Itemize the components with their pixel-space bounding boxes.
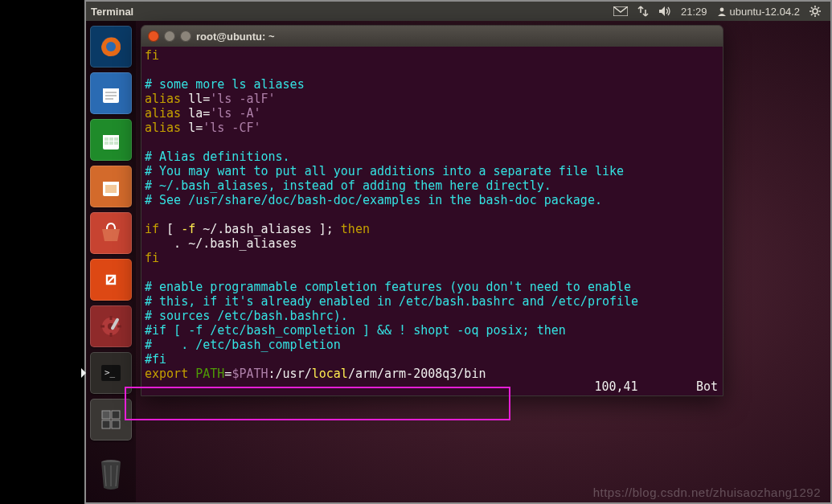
code: $PATH xyxy=(232,367,268,381)
code: /arm/arm-2008q3/bin xyxy=(348,367,486,381)
code: local xyxy=(312,367,348,381)
code: # See /usr/share/doc/bash-doc/examples i… xyxy=(145,193,602,207)
code: # sources /etc/bash.bashrc). xyxy=(145,309,348,323)
code: #fi xyxy=(145,352,166,367)
code: # . /etc/bash_completion xyxy=(145,338,341,352)
svg-rect-28 xyxy=(105,185,117,193)
svg-rect-42 xyxy=(102,420,110,428)
code: . ~/.bash_aliases xyxy=(145,236,297,251)
code: -f xyxy=(181,222,195,236)
code: # You may want to put all your additions… xyxy=(145,164,624,178)
svg-rect-21 xyxy=(109,137,113,141)
system-gear-icon[interactable] xyxy=(805,6,826,17)
vim-status-line: 100,41 Bot xyxy=(594,379,718,394)
terminal-icon[interactable]: >_ xyxy=(90,352,132,394)
svg-text:>_: >_ xyxy=(105,367,116,378)
code: alias xyxy=(145,92,181,106)
code: PATH xyxy=(188,367,224,381)
code: 'ls -A' xyxy=(210,106,260,121)
code: # ~/.bash_aliases, instead of adding the… xyxy=(145,178,551,193)
code: ~/.bash_aliases ]; xyxy=(195,222,341,236)
svg-line-9 xyxy=(818,7,819,9)
window-title: root@ubuntu: ~ xyxy=(196,31,275,43)
ubuntu-one-icon[interactable] xyxy=(90,259,132,301)
svg-rect-43 xyxy=(112,420,120,428)
terminal-body[interactable]: fi # some more ls aliases alias ll='ls -… xyxy=(141,47,723,395)
settings-icon[interactable] xyxy=(90,305,132,347)
session-menu[interactable]: ubuntu-12.04.2 xyxy=(712,6,805,18)
scroll-position: Bot xyxy=(696,379,718,394)
code: :/usr/ xyxy=(268,367,312,381)
top-panel: Terminal 21:29 ubuntu-12.04.2 xyxy=(86,2,830,21)
window-maximize-button[interactable] xyxy=(180,31,191,42)
code: # Alias definitions. xyxy=(145,150,290,164)
code: # some more ls aliases xyxy=(145,77,305,92)
svg-line-10 xyxy=(811,14,813,15)
session-user-label: ubuntu-12.04.2 xyxy=(730,6,800,18)
code: la= xyxy=(181,106,210,121)
code: then xyxy=(341,222,370,236)
mail-indicator-icon[interactable] xyxy=(609,6,633,16)
svg-rect-22 xyxy=(114,137,118,141)
impress-icon[interactable] xyxy=(90,166,132,207)
svg-rect-40 xyxy=(102,411,110,419)
trash-icon[interactable] xyxy=(95,456,127,494)
calc-icon[interactable] xyxy=(90,119,132,161)
code: # this, if it's already enabled in /etc/… xyxy=(145,294,638,309)
code: ll= xyxy=(181,92,210,106)
svg-point-2 xyxy=(813,9,818,14)
code: l= xyxy=(181,121,203,135)
user-icon xyxy=(717,6,727,16)
active-window-title: Terminal xyxy=(91,6,133,18)
code: fi xyxy=(145,48,159,63)
svg-rect-41 xyxy=(112,411,120,419)
code: export xyxy=(145,367,188,381)
software-center-icon[interactable] xyxy=(90,212,132,254)
svg-rect-19 xyxy=(103,130,119,135)
cursor-position: 100,41 xyxy=(594,379,637,394)
code: if xyxy=(145,222,159,236)
code: alias xyxy=(145,106,181,121)
window-close-button[interactable] xyxy=(148,31,159,42)
svg-line-7 xyxy=(811,7,813,9)
svg-rect-27 xyxy=(103,177,119,182)
svg-rect-24 xyxy=(109,141,113,145)
network-indicator-icon[interactable] xyxy=(633,6,654,17)
code: 'ls -alF' xyxy=(210,92,275,106)
svg-point-1 xyxy=(719,8,723,12)
firefox-icon[interactable] xyxy=(90,26,132,68)
code: # enable programmable completion feature… xyxy=(145,280,631,294)
unity-launcher: >_ xyxy=(86,21,136,502)
code: [ xyxy=(159,222,181,236)
code: 'ls -CF' xyxy=(203,121,260,135)
svg-rect-23 xyxy=(105,141,109,145)
clock[interactable]: 21:29 xyxy=(676,6,712,18)
window-minimize-button[interactable] xyxy=(164,31,175,42)
code: fi xyxy=(145,251,159,265)
svg-line-8 xyxy=(818,14,819,15)
svg-point-12 xyxy=(106,42,116,51)
volume-indicator-icon[interactable] xyxy=(654,6,676,17)
workspace-switcher-icon[interactable] xyxy=(90,399,132,440)
svg-rect-14 xyxy=(103,84,119,88)
code: #if [ -f /etc/bash_completion ] && ! sho… xyxy=(145,323,566,338)
code: alias xyxy=(145,121,181,135)
watermark-text: https://blog.csdn.net/zhuisaozhang1292 xyxy=(593,486,821,499)
terminal-window: root@ubuntu: ~ fi # some more ls aliases… xyxy=(141,25,723,396)
svg-rect-20 xyxy=(105,137,109,141)
svg-rect-25 xyxy=(114,141,118,145)
window-titlebar[interactable]: root@ubuntu: ~ xyxy=(141,26,723,47)
writer-icon[interactable] xyxy=(90,72,132,114)
